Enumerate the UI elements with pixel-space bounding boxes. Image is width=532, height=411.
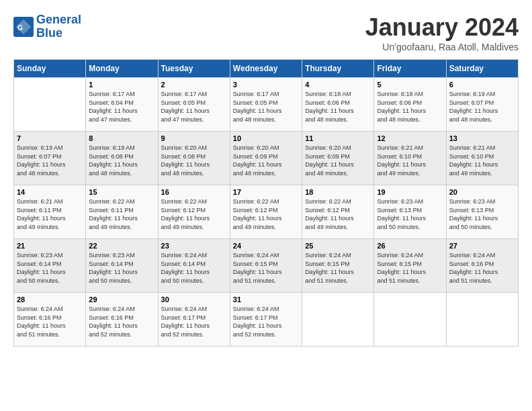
day-number: 5 [377, 81, 443, 89]
calendar-cell: 18Sunrise: 6:22 AM Sunset: 6:12 PM Dayli… [302, 185, 374, 239]
general-blue-icon: G [13, 17, 34, 37]
day-number: 29 [89, 295, 154, 304]
calendar-cell: 4Sunrise: 6:18 AM Sunset: 6:06 PM Daylig… [302, 78, 374, 132]
calendar-cell: 2Sunrise: 6:17 AM Sunset: 6:05 PM Daylig… [158, 78, 230, 132]
week-row-4: 28Sunrise: 6:24 AM Sunset: 6:16 PM Dayli… [14, 293, 519, 347]
calendar-cell: 14Sunrise: 6:21 AM Sunset: 6:11 PM Dayli… [14, 185, 86, 239]
calendar-cell [374, 293, 446, 347]
weekday-header-tuesday: Tuesday [158, 60, 230, 78]
day-info: Sunrise: 6:24 AM Sunset: 6:16 PM Dayligh… [449, 251, 515, 285]
month-title: January 2024 [365, 13, 519, 42]
day-number: 27 [449, 242, 515, 250]
weekday-header-thursday: Thursday [302, 60, 374, 78]
calendar-cell: 11Sunrise: 6:20 AM Sunset: 6:09 PM Dayli… [302, 132, 374, 185]
day-info: Sunrise: 6:18 AM Sunset: 6:06 PM Dayligh… [305, 90, 371, 124]
calendar-cell: 24Sunrise: 6:24 AM Sunset: 6:15 PM Dayli… [230, 239, 302, 293]
calendar-cell: 1Sunrise: 6:17 AM Sunset: 6:04 PM Daylig… [86, 78, 158, 132]
day-info: Sunrise: 6:24 AM Sunset: 6:16 PM Dayligh… [89, 305, 154, 338]
logo-text-general: General [36, 13, 81, 27]
logo: G General Blue [13, 13, 81, 40]
day-number: 7 [17, 134, 83, 142]
day-info: Sunrise: 6:22 AM Sunset: 6:12 PM Dayligh… [233, 197, 299, 231]
day-number: 12 [377, 134, 443, 142]
day-number: 26 [377, 242, 443, 250]
calendar-cell: 3Sunrise: 6:17 AM Sunset: 6:05 PM Daylig… [230, 78, 302, 132]
calendar-cell: 12Sunrise: 6:21 AM Sunset: 6:10 PM Dayli… [374, 132, 446, 185]
week-row-3: 21Sunrise: 6:23 AM Sunset: 6:14 PM Dayli… [14, 239, 519, 293]
day-number: 9 [161, 134, 227, 142]
calendar-cell: 27Sunrise: 6:24 AM Sunset: 6:16 PM Dayli… [446, 239, 518, 293]
header: G General Blue January 2024 Un'goofaaru,… [13, 13, 519, 52]
calendar-cell: 6Sunrise: 6:19 AM Sunset: 6:07 PM Daylig… [446, 78, 518, 132]
day-info: Sunrise: 6:21 AM Sunset: 6:10 PM Dayligh… [449, 144, 515, 177]
day-info: Sunrise: 6:22 AM Sunset: 6:12 PM Dayligh… [161, 197, 227, 231]
calendar-cell: 13Sunrise: 6:21 AM Sunset: 6:10 PM Dayli… [446, 132, 518, 185]
day-number: 31 [233, 295, 299, 304]
day-number: 18 [305, 188, 371, 196]
weekday-header-sunday: Sunday [14, 60, 86, 78]
calendar-cell: 16Sunrise: 6:22 AM Sunset: 6:12 PM Dayli… [158, 185, 230, 239]
day-info: Sunrise: 6:24 AM Sunset: 6:17 PM Dayligh… [233, 305, 299, 338]
day-info: Sunrise: 6:22 AM Sunset: 6:12 PM Dayligh… [305, 197, 371, 231]
day-info: Sunrise: 6:23 AM Sunset: 6:13 PM Dayligh… [377, 197, 443, 231]
svg-text:G: G [17, 23, 23, 31]
day-info: Sunrise: 6:20 AM Sunset: 6:09 PM Dayligh… [233, 144, 299, 177]
day-info: Sunrise: 6:23 AM Sunset: 6:14 PM Dayligh… [89, 251, 154, 285]
calendar-cell [446, 293, 518, 347]
day-info: Sunrise: 6:19 AM Sunset: 6:07 PM Dayligh… [449, 90, 515, 124]
weekday-header-saturday: Saturday [446, 60, 518, 78]
day-info: Sunrise: 6:17 AM Sunset: 6:05 PM Dayligh… [233, 90, 299, 124]
title-block: January 2024 Un'goofaaru, Raa Atoll, Mal… [365, 13, 519, 52]
day-number: 6 [449, 81, 515, 89]
calendar-cell: 19Sunrise: 6:23 AM Sunset: 6:13 PM Dayli… [374, 185, 446, 239]
day-info: Sunrise: 6:23 AM Sunset: 6:14 PM Dayligh… [17, 251, 83, 285]
calendar-cell: 7Sunrise: 6:19 AM Sunset: 6:07 PM Daylig… [14, 132, 86, 185]
calendar-cell: 20Sunrise: 6:23 AM Sunset: 6:13 PM Dayli… [446, 185, 518, 239]
day-number: 19 [377, 188, 443, 196]
day-info: Sunrise: 6:23 AM Sunset: 6:13 PM Dayligh… [449, 197, 515, 231]
day-number: 3 [233, 81, 299, 89]
week-row-1: 7Sunrise: 6:19 AM Sunset: 6:07 PM Daylig… [14, 132, 519, 185]
calendar-cell: 30Sunrise: 6:24 AM Sunset: 6:17 PM Dayli… [158, 293, 230, 347]
day-number: 22 [89, 242, 154, 250]
day-number: 21 [17, 242, 83, 250]
day-number: 13 [449, 134, 515, 142]
calendar-cell: 15Sunrise: 6:22 AM Sunset: 6:11 PM Dayli… [86, 185, 158, 239]
calendar-cell [302, 293, 374, 347]
calendar-cell: 26Sunrise: 6:24 AM Sunset: 6:15 PM Dayli… [374, 239, 446, 293]
day-number: 4 [305, 81, 371, 89]
logo-text-blue: Blue [36, 27, 81, 40]
day-info: Sunrise: 6:19 AM Sunset: 6:08 PM Dayligh… [89, 144, 154, 177]
day-number: 11 [305, 134, 371, 142]
day-info: Sunrise: 6:24 AM Sunset: 6:15 PM Dayligh… [233, 251, 299, 285]
day-number: 1 [89, 81, 154, 89]
weekday-header-row: SundayMondayTuesdayWednesdayThursdayFrid… [14, 60, 519, 78]
day-info: Sunrise: 6:24 AM Sunset: 6:15 PM Dayligh… [377, 251, 443, 285]
day-info: Sunrise: 6:17 AM Sunset: 6:05 PM Dayligh… [161, 90, 227, 124]
day-number: 10 [233, 134, 299, 142]
day-info: Sunrise: 6:17 AM Sunset: 6:04 PM Dayligh… [89, 90, 154, 124]
calendar-cell: 17Sunrise: 6:22 AM Sunset: 6:12 PM Dayli… [230, 185, 302, 239]
day-number: 8 [89, 134, 154, 142]
day-number: 14 [17, 188, 83, 196]
day-info: Sunrise: 6:22 AM Sunset: 6:11 PM Dayligh… [89, 197, 154, 231]
day-number: 15 [89, 188, 154, 196]
location-title: Un'goofaaru, Raa Atoll, Maldives [365, 42, 519, 52]
week-row-2: 14Sunrise: 6:21 AM Sunset: 6:11 PM Dayli… [14, 185, 519, 239]
weekday-header-wednesday: Wednesday [230, 60, 302, 78]
calendar-cell: 5Sunrise: 6:18 AM Sunset: 6:06 PM Daylig… [374, 78, 446, 132]
calendar-cell: 31Sunrise: 6:24 AM Sunset: 6:17 PM Dayli… [230, 293, 302, 347]
calendar-cell: 9Sunrise: 6:20 AM Sunset: 6:08 PM Daylig… [158, 132, 230, 185]
calendar-cell: 8Sunrise: 6:19 AM Sunset: 6:08 PM Daylig… [86, 132, 158, 185]
weekday-header-friday: Friday [374, 60, 446, 78]
calendar-cell: 21Sunrise: 6:23 AM Sunset: 6:14 PM Dayli… [14, 239, 86, 293]
calendar-cell: 25Sunrise: 6:24 AM Sunset: 6:15 PM Dayli… [302, 239, 374, 293]
day-info: Sunrise: 6:24 AM Sunset: 6:15 PM Dayligh… [305, 251, 371, 285]
day-info: Sunrise: 6:20 AM Sunset: 6:08 PM Dayligh… [161, 144, 227, 177]
weekday-header-monday: Monday [86, 60, 158, 78]
calendar-cell: 29Sunrise: 6:24 AM Sunset: 6:16 PM Dayli… [86, 293, 158, 347]
day-info: Sunrise: 6:19 AM Sunset: 6:07 PM Dayligh… [17, 144, 83, 177]
day-info: Sunrise: 6:21 AM Sunset: 6:11 PM Dayligh… [17, 197, 83, 231]
day-number: 23 [161, 242, 227, 250]
day-number: 24 [233, 242, 299, 250]
